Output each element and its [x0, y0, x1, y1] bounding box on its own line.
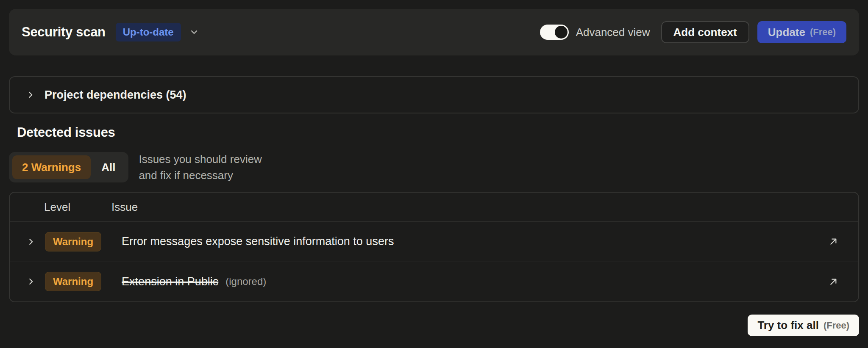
header-actions: Advanced view Add context Update (Free)	[540, 21, 846, 43]
header-bar: Security scan Up-to-date Advanced view A…	[9, 9, 859, 55]
issues-filter-row: 2 Warnings All Issues you should review …	[9, 152, 262, 182]
external-link-icon[interactable]	[828, 236, 839, 247]
chevron-right-icon[interactable]	[26, 237, 36, 246]
ignored-label: (ignored)	[225, 276, 266, 287]
chevron-down-icon[interactable]	[189, 27, 199, 37]
detected-issues-heading: Detected issues	[17, 125, 115, 140]
table-row[interactable]: Warning Error messages expose sensitive …	[10, 222, 858, 262]
issue-text: Error messages expose sensitive informat…	[122, 235, 394, 248]
update-button-free-label: (Free)	[810, 27, 836, 38]
issues-description-line2: and fix if necessary	[139, 167, 262, 183]
column-header-issue: Issue	[111, 201, 138, 214]
issues-table: Level Issue Warning Error messages expos…	[9, 192, 859, 302]
project-dependencies-row[interactable]: Project dependencies (54)	[9, 76, 859, 113]
issues-description: Issues you should review and fix if nece…	[139, 151, 262, 183]
fix-all-label: Try to fix all	[757, 319, 819, 332]
column-header-level: Level	[44, 201, 111, 214]
advanced-view-label: Advanced view	[576, 26, 650, 39]
try-to-fix-all-button[interactable]: Try to fix all (Free)	[748, 315, 859, 336]
page-title: Security scan	[22, 25, 106, 40]
level-badge: Warning	[45, 232, 101, 251]
update-button-label: Update	[768, 26, 805, 39]
issues-table-header: Level Issue	[10, 193, 858, 222]
tab-warnings[interactable]: 2 Warnings	[12, 155, 91, 179]
security-scan-panel: Security scan Up-to-date Advanced view A…	[0, 0, 868, 348]
table-row[interactable]: Warning Extension in Public (ignored)	[10, 262, 858, 302]
advanced-view-toggle[interactable]	[540, 25, 569, 40]
toggle-knob	[555, 26, 568, 39]
issue-text: Extension in Public	[122, 275, 218, 288]
issues-filter-tabs: 2 Warnings All	[9, 152, 128, 182]
issues-description-line1: Issues you should review	[139, 151, 262, 167]
project-dependencies-label: Project dependencies (54)	[45, 88, 186, 102]
tab-all[interactable]: All	[92, 155, 125, 179]
external-link-icon[interactable]	[828, 276, 839, 287]
update-button[interactable]: Update (Free)	[757, 21, 846, 43]
add-context-button[interactable]: Add context	[661, 21, 749, 43]
status-badge: Up-to-date	[116, 23, 181, 41]
level-badge: Warning	[45, 272, 101, 291]
chevron-right-icon[interactable]	[26, 277, 36, 286]
fix-all-free-label: (Free)	[823, 320, 849, 331]
chevron-right-icon	[26, 90, 35, 99]
